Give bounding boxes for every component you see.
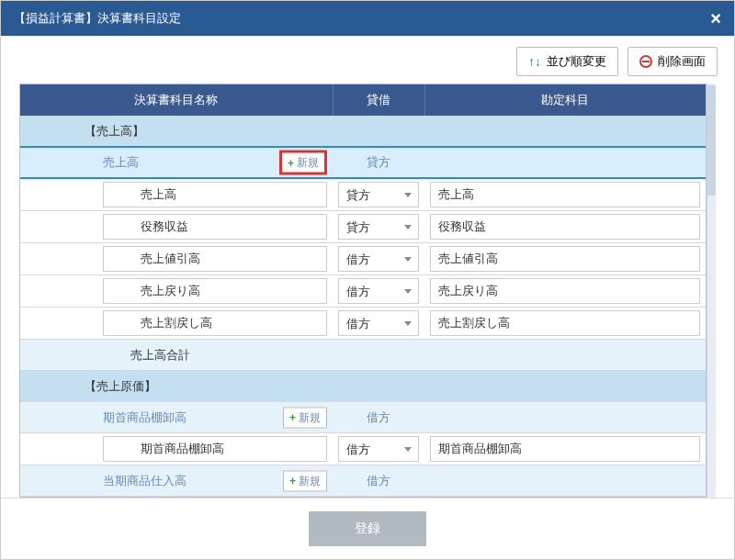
- parent-dc-cell: 借方: [333, 465, 424, 497]
- col-header-account: 勘定科目: [424, 84, 706, 116]
- section-label: 【売上原価】: [20, 371, 706, 402]
- parent-name-cell: 期首商品棚卸高+新規: [20, 402, 333, 433]
- table-row: 当期商品仕入高+新規借方: [20, 465, 706, 497]
- modal-dialog: 【損益計算書】決算書科目設定 × ↑↓ 並び順変更 削除画面 決算書科目名称 貸…: [0, 0, 735, 560]
- new-button[interactable]: +新規: [283, 407, 327, 428]
- table-row: 借方: [20, 275, 706, 308]
- debit-credit-select[interactable]: 貸方: [338, 214, 419, 240]
- table-row: 売上高合計: [20, 340, 706, 371]
- plus-icon: +: [288, 156, 294, 169]
- settings-table: 決算書科目名称 貸借 勘定科目 【売上高】売上高+新規貸方貸方貸方借方借方借方売…: [20, 84, 706, 497]
- parent-account-cell: [424, 402, 706, 433]
- table-row: 売上高+新規貸方: [20, 147, 706, 178]
- sort-order-button[interactable]: ↑↓ 並び順変更: [516, 47, 618, 76]
- new-label: 新規: [299, 409, 321, 425]
- account-input[interactable]: [430, 214, 700, 240]
- parent-label: 売上高: [103, 155, 139, 169]
- table-row: 【売上高】: [20, 116, 706, 147]
- table-row: 借方: [20, 433, 706, 465]
- item-name-input[interactable]: [103, 214, 327, 240]
- titlebar-label: 【損益計算書】決算書科目設定: [14, 10, 181, 27]
- account-input[interactable]: [430, 278, 700, 304]
- scrollbar-track[interactable]: [707, 84, 716, 498]
- item-name-input[interactable]: [103, 182, 327, 207]
- scrollbar-thumb[interactable]: [707, 85, 716, 196]
- item-name-input[interactable]: [103, 246, 327, 272]
- table-row: 期首商品棚卸高+新規借方: [20, 402, 706, 433]
- parent-label: 当期商品仕入高: [103, 474, 187, 487]
- item-name-input[interactable]: [103, 278, 327, 304]
- sort-order-label: 並び順変更: [547, 53, 606, 70]
- plus-icon: +: [289, 411, 296, 424]
- new-button[interactable]: +新規: [279, 151, 327, 175]
- col-header-name: 決算書科目名称: [20, 84, 333, 116]
- parent-name-cell: 売上高+新規: [20, 147, 333, 178]
- debit-credit-select[interactable]: 借方: [338, 246, 419, 272]
- parent-account-cell: [424, 465, 706, 497]
- close-icon[interactable]: ×: [710, 8, 721, 29]
- table-row: 貸方: [20, 178, 706, 211]
- account-input[interactable]: [430, 436, 700, 462]
- delete-screen-button[interactable]: 削除画面: [628, 47, 718, 76]
- parent-dc-cell: 貸方: [333, 147, 424, 178]
- submit-button[interactable]: 登録: [309, 511, 426, 546]
- plus-icon: +: [289, 475, 296, 487]
- table-row: 借方: [20, 308, 706, 340]
- toolbar: ↑↓ 並び順変更 削除画面: [1, 36, 734, 84]
- table-scroll[interactable]: 決算書科目名称 貸借 勘定科目 【売上高】売上高+新規貸方貸方貸方借方借方借方売…: [19, 84, 707, 498]
- delete-screen-label: 削除画面: [658, 53, 706, 70]
- section-label: 【売上高】: [20, 116, 706, 147]
- account-input[interactable]: [430, 182, 700, 207]
- footer: 登録: [1, 498, 734, 559]
- item-name-input[interactable]: [103, 436, 327, 462]
- minus-circle-icon: [639, 55, 652, 68]
- new-button[interactable]: +新規: [283, 470, 327, 491]
- account-input[interactable]: [430, 310, 700, 336]
- parent-label: 期首商品棚卸高: [103, 410, 187, 424]
- debit-credit-select[interactable]: 借方: [338, 310, 419, 336]
- debit-credit-select[interactable]: 貸方: [338, 182, 419, 207]
- new-label: 新規: [299, 473, 321, 488]
- new-label: 新規: [297, 155, 319, 171]
- table-row: 借方: [20, 243, 706, 275]
- parent-name-cell: 当期商品仕入高+新規: [20, 465, 333, 497]
- table-row: 【売上原価】: [20, 371, 706, 402]
- table-row: 貸方: [20, 211, 706, 243]
- item-name-input[interactable]: [103, 310, 327, 336]
- parent-dc-cell: 借方: [333, 402, 424, 433]
- titlebar: 【損益計算書】決算書科目設定 ×: [1, 1, 734, 36]
- parent-account-cell: [424, 147, 706, 178]
- debit-credit-select[interactable]: 借方: [338, 436, 419, 462]
- debit-credit-select[interactable]: 借方: [338, 278, 419, 304]
- sort-icon: ↑↓: [528, 54, 541, 69]
- table-container: 決算書科目名称 貸借 勘定科目 【売上高】売上高+新規貸方貸方貸方借方借方借方売…: [1, 84, 734, 498]
- col-header-debit-credit: 貸借: [333, 84, 424, 116]
- subtotal-label: 売上高合計: [20, 340, 333, 371]
- account-input[interactable]: [430, 246, 700, 272]
